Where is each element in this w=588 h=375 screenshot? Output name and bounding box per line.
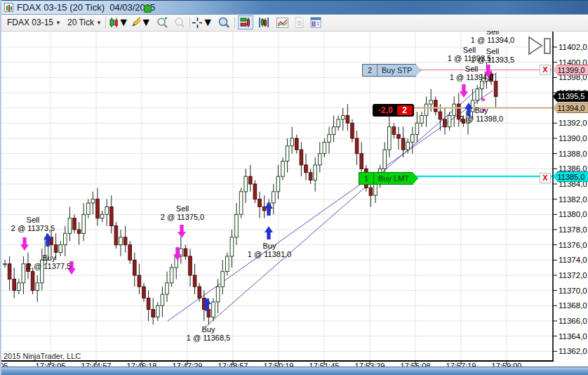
- position-entry-price-badge: 11394,0: [553, 103, 588, 113]
- price-axis-label: 11374,0: [559, 256, 587, 264]
- draw-tool-button[interactable]: ▼: [131, 15, 152, 29]
- buy-stop-price-badge[interactable]: 11399,0: [553, 65, 588, 75]
- trade-label: Sell1 @ 11393,5: [471, 47, 514, 64]
- trade-label: Sell2 @ 11373,5: [11, 216, 55, 232]
- zoom-out-button[interactable]: [171, 15, 187, 29]
- price-axis-label: 11372,0: [559, 271, 587, 279]
- price-axis-label: 11364,0: [559, 332, 587, 341]
- time-axis-label: 17:53:29: [355, 362, 385, 367]
- cancel-buy-stop-button[interactable]: X: [540, 65, 551, 75]
- price-axis-label: 11368,0: [559, 301, 587, 310]
- zoom-out-icon: [173, 17, 185, 29]
- pause-bar-icon: [544, 39, 550, 53]
- copyright-watermark: 2015 NinjaTrader, LLC: [4, 352, 81, 360]
- chevron-down-icon: ▼: [202, 16, 213, 29]
- chevron-down-icon: ▼: [55, 20, 61, 26]
- draw-pencil-icon: [131, 17, 140, 28]
- bar-type-button[interactable]: ▼: [108, 15, 129, 29]
- trade-label: Buy1 @ 11381,0: [248, 242, 291, 258]
- strategy-icon: S: [295, 17, 304, 28]
- properties-button[interactable]: [308, 15, 323, 29]
- chart-trader-button[interactable]: [238, 15, 253, 29]
- price-axis-label: 11376,0: [559, 241, 587, 249]
- time-axis-label: 17:47:29: [173, 362, 203, 367]
- price-axis-label: 11382,0: [559, 195, 587, 204]
- time-axis-label: 17:48:57: [218, 362, 248, 367]
- strategy-button[interactable]: S: [291, 15, 307, 29]
- zoom-in-button[interactable]: [154, 15, 170, 29]
- order-type-label: Buy STP: [377, 65, 420, 76]
- order-qty: 1: [359, 173, 374, 184]
- position-display: -2,0 2: [373, 104, 414, 117]
- order-flow-button[interactable]: [256, 15, 272, 29]
- chart-style-icon: [276, 18, 288, 28]
- sell-marker-icon: [178, 225, 186, 238]
- order-type-label: Buy LMT: [374, 173, 417, 184]
- price-axis-label: 11378,0: [559, 225, 587, 234]
- time-axis-label: 17:43:05: [36, 362, 66, 367]
- time-axis-label: 17:57:19: [446, 362, 476, 367]
- play-icon: [529, 37, 542, 54]
- unrealized-pnl: -2,0: [374, 105, 397, 115]
- buy-limit-price-badge[interactable]: 11385,0: [553, 171, 588, 182]
- cancel-buy-limit-button[interactable]: X: [540, 173, 551, 183]
- instrument-selector[interactable]: FDAX 03-15▼: [6, 15, 62, 29]
- play-pause-control[interactable]: [527, 36, 552, 55]
- order-qty: 2: [363, 65, 377, 76]
- price-axis-label: 11388,0: [559, 150, 587, 158]
- time-axis-label: 17:51:45: [309, 362, 340, 367]
- buy-marker-icon: [265, 226, 273, 239]
- chart-plot[interactable]: Sell2 @ 11373,5Buy2 @ 11377,5Sell2 @ 113…: [1, 31, 588, 367]
- trade-label: Sell1 @ 11394,0: [471, 31, 514, 44]
- bar-type-icon: [108, 17, 118, 28]
- zoom-in-icon: [156, 17, 168, 29]
- toolbar-separator: [189, 17, 190, 28]
- properties-icon: [310, 17, 321, 28]
- window-title: FDAX 03-15 (20 Tick) 04/03/2015: [17, 2, 155, 13]
- price-axis-label: 11402,0: [559, 43, 587, 51]
- buy-limit-order-badge[interactable]: 1 Buy LMT: [359, 172, 418, 185]
- time-axis-label: 17:55:08: [401, 362, 431, 367]
- chart-style-button[interactable]: [274, 15, 290, 29]
- time-axis-label: 17:50:19: [264, 362, 294, 367]
- price-axis-label: 11370,0: [559, 287, 587, 295]
- price-axis-label: 11380,0: [559, 210, 587, 218]
- sell-marker-icon: [20, 237, 29, 251]
- chart-window: FDAX 03-15 (20 Tick) 04/03/2015 FDAX 03-…: [0, 0, 588, 375]
- interval-selector[interactable]: 20 Tick▼: [66, 15, 103, 29]
- cursor-mode-button[interactable]: ▼: [192, 15, 213, 29]
- chevron-down-icon: ▼: [118, 16, 129, 29]
- data-box-icon: [218, 17, 230, 29]
- price-axis-label: 11392,0: [559, 119, 587, 127]
- position-qty: 2: [397, 105, 413, 115]
- last-price-badge: 11395,5: [553, 91, 588, 102]
- time-axis-label: 17:59:00: [492, 362, 522, 367]
- toolbar-separator: [105, 17, 106, 28]
- time-axis-label: 17:46:18: [127, 362, 157, 367]
- crosshair-icon: [192, 18, 202, 28]
- chevron-down-icon: ▼: [96, 20, 102, 26]
- toolbar: FDAX 03-15▼ 20 Tick▼ ▼ ▼: [1, 15, 588, 32]
- chevron-down-icon: ▼: [140, 16, 152, 29]
- price-axis-label: 11390,0: [559, 134, 587, 143]
- title-bar[interactable]: FDAX 03-15 (20 Tick) 04/03/2015: [1, 0, 588, 15]
- time-axis-label: 17:44:57: [81, 362, 112, 367]
- taskbar-strip: [1, 367, 588, 375]
- trade-label: Sell2 @ 11375,0: [161, 204, 204, 221]
- toolbar-separator: [234, 17, 235, 28]
- chart-trader-icon: [240, 17, 251, 28]
- price-axis-label: 11362,0: [559, 347, 587, 355]
- price-axis-label: 11366,0: [559, 317, 587, 325]
- app-icon: [4, 3, 13, 12]
- order-flow-icon: [258, 17, 269, 28]
- data-box-button[interactable]: [216, 15, 232, 29]
- trade-label: Buy2 @ 11377,5: [27, 254, 71, 270]
- trade-label: Buy1 @ 11368,5: [187, 325, 230, 342]
- connection-status-icon: [144, 5, 152, 13]
- svg-text:S: S: [297, 20, 301, 27]
- buy-stop-order-badge[interactable]: 2 Buy STP: [362, 64, 421, 77]
- time-axis-label: 17:42:05: [1, 362, 8, 367]
